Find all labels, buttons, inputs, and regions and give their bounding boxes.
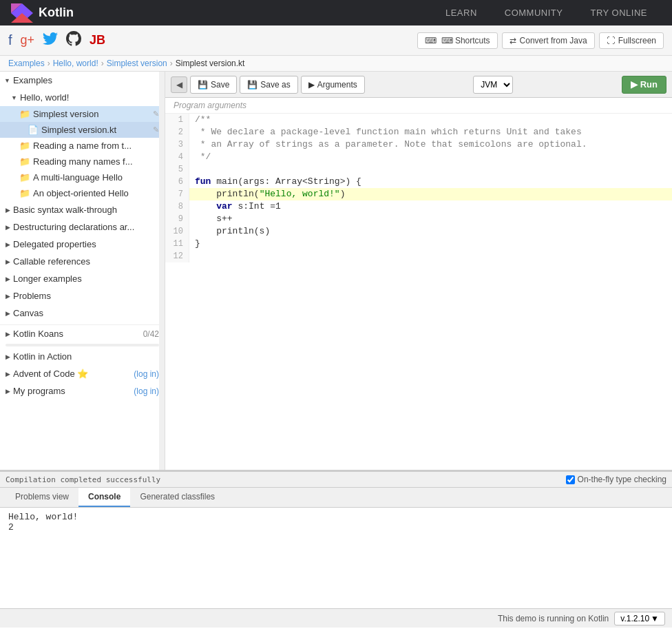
sidebar-callable-label: Callable references bbox=[13, 256, 90, 267]
console-output: Hello, world! 2 bbox=[0, 508, 672, 608]
arrow-right-icon-3: ▶ bbox=[6, 241, 10, 248]
line-num-3: 3 bbox=[165, 138, 189, 151]
version-badge[interactable]: v.1.2.10 ▼ bbox=[614, 612, 665, 625]
koans-progress-bar-container bbox=[6, 344, 159, 346]
nav-community[interactable]: COMMUNITY bbox=[491, 0, 577, 25]
sidebar-item-oo-hello[interactable]: 📁 An object-oriented Hello bbox=[0, 185, 165, 201]
sidebar-kotlin-in-action[interactable]: ▶ Kotlin in Action bbox=[0, 348, 165, 365]
sidebar-problems-label: Problems bbox=[13, 291, 51, 301]
folder-icon-2: 📁 bbox=[19, 141, 30, 151]
line-content-5 bbox=[189, 163, 195, 176]
sidebar-root-label: Examples bbox=[13, 75, 52, 85]
arguments-button[interactable]: ▶ Arguments bbox=[301, 76, 365, 94]
nav-try-online[interactable]: TRY ONLINE bbox=[576, 0, 661, 25]
sidebar-section-label: Hello, world! bbox=[20, 92, 70, 103]
folder-icon-3: 📁 bbox=[19, 156, 30, 167]
toolbar-buttons: ⌨ ⌨ Shortcuts ⇄ Convert from Java ⛶ Full… bbox=[417, 32, 664, 49]
google-plus-icon[interactable]: g+ bbox=[21, 33, 35, 48]
code-editor[interactable]: 1 /** 2 * We declare a package-level fun… bbox=[165, 114, 672, 470]
sidebar-basic-syntax-label: Basic syntax walk-through bbox=[13, 205, 117, 215]
console-line-1: Hello, world! bbox=[8, 512, 664, 522]
bottom-tab-group: Problems view Console Generated classfil… bbox=[6, 488, 224, 507]
back-button[interactable]: ◀ bbox=[171, 76, 187, 93]
arrow-right-icon-4: ▶ bbox=[6, 258, 10, 265]
sidebar-my-programs[interactable]: ▶ My programs (log in) bbox=[0, 382, 165, 400]
line-num-6: 6 bbox=[165, 176, 189, 188]
save-as-button[interactable]: 💾 Save as bbox=[240, 76, 297, 94]
arrow-right-icon-10: ▶ bbox=[6, 371, 10, 377]
line-content-2: * We declare a package-level function ma… bbox=[189, 126, 582, 138]
breadcrumb-hello-world[interactable]: Hello, world! bbox=[53, 59, 98, 68]
code-line-12: 12 bbox=[165, 250, 672, 262]
sidebar-item-longer[interactable]: ▶ Longer examples bbox=[0, 270, 165, 287]
line-num-8: 8 bbox=[165, 200, 189, 213]
fullscreen-icon: ⛶ bbox=[607, 36, 615, 45]
sidebar-item-basic-syntax[interactable]: ▶ Basic syntax walk-through bbox=[0, 201, 165, 218]
twitter-icon[interactable] bbox=[43, 32, 58, 48]
sidebar-item-destructuring[interactable]: ▶ Destructuring declarations ar... bbox=[0, 218, 165, 236]
sidebar-item-canvas[interactable]: ▶ Canvas bbox=[0, 304, 165, 322]
sidebar-item-reading-many[interactable]: 📁 Reading many names f... bbox=[0, 154, 165, 169]
sidebar-item-problems[interactable]: ▶ Problems bbox=[0, 287, 165, 304]
sidebar-item-delegated[interactable]: ▶ Delegated properties bbox=[0, 236, 165, 253]
sidebar-item-simplest-version[interactable]: 📁 Simplest version ✎ bbox=[0, 106, 165, 122]
jetbrains-icon[interactable]: JB bbox=[90, 33, 105, 48]
save-button[interactable]: 💾 Save bbox=[190, 76, 237, 94]
folder-icon: 📁 bbox=[19, 109, 30, 119]
sidebar-advent-of-code[interactable]: ▶ Advent of Code ⭐ (log in) bbox=[0, 365, 165, 382]
github-icon[interactable] bbox=[66, 31, 81, 50]
on-the-fly-check: On-the-fly type checking bbox=[566, 475, 666, 484]
arguments-label: Arguments bbox=[317, 80, 357, 90]
compilation-status: Compilation completed successfully bbox=[6, 475, 160, 484]
arrow-right-icon-11: ▶ bbox=[6, 388, 10, 395]
sidebar-item-callable[interactable]: ▶ Callable references bbox=[0, 253, 165, 270]
keyboard-icon: ⌨ bbox=[425, 36, 437, 45]
sidebar-file-label: Simplest version.kt bbox=[41, 125, 116, 135]
line-content-1: /** bbox=[189, 114, 211, 126]
breadcrumb: Examples › Hello, world! › Simplest vers… bbox=[0, 56, 672, 72]
sidebar-item-reading-name[interactable]: 📁 Reading a name from t... bbox=[0, 138, 165, 154]
code-line-4: 4 */ bbox=[165, 151, 672, 163]
version-dropdown-icon: ▼ bbox=[651, 614, 659, 623]
sidebar-root-examples[interactable]: ▼ Examples bbox=[0, 72, 165, 89]
save-label: Save bbox=[211, 80, 229, 90]
sidebar-item-label: Simplest version bbox=[33, 109, 98, 119]
run-button[interactable]: ▶ Run bbox=[622, 76, 666, 94]
code-line-7: 7 println("Hello, world!") bbox=[165, 188, 672, 200]
convert-from-java-button[interactable]: ⇄ Convert from Java bbox=[502, 32, 595, 49]
on-the-fly-label: On-the-fly type checking bbox=[578, 475, 666, 484]
line-content-8: var s:Int =1 bbox=[189, 200, 281, 213]
jvm-select[interactable]: JVM bbox=[473, 76, 513, 94]
facebook-icon[interactable]: f bbox=[8, 32, 12, 48]
my-programs-login[interactable]: (log in) bbox=[134, 386, 159, 396]
line-content-4: */ bbox=[189, 151, 211, 163]
on-the-fly-checkbox[interactable] bbox=[566, 475, 575, 484]
program-args: Program arguments bbox=[165, 98, 672, 114]
sidebar-kotlin-koans[interactable]: ▶ Kotlin Koans 0/42 bbox=[0, 324, 165, 342]
edit-icon: ✎ bbox=[153, 110, 159, 118]
arrow-right-icon-8: ▶ bbox=[6, 331, 10, 338]
tab-console[interactable]: Console bbox=[78, 488, 130, 507]
sidebar-delegated-label: Delegated properties bbox=[13, 239, 96, 249]
shortcuts-button[interactable]: ⌨ ⌨ Shortcuts bbox=[417, 32, 498, 49]
arrow-right-icon-6: ▶ bbox=[6, 293, 10, 300]
line-num-9: 9 bbox=[165, 213, 189, 225]
nav-learn[interactable]: LEARN bbox=[432, 0, 491, 25]
line-content-12 bbox=[189, 250, 195, 262]
code-line-6: 6 fun main(args: Array<String>) { bbox=[165, 176, 672, 188]
breadcrumb-examples[interactable]: Examples bbox=[8, 59, 45, 68]
tab-problems-view[interactable]: Problems view bbox=[6, 488, 78, 507]
sidebar-section-hello-world[interactable]: ▼ Hello, world! bbox=[0, 89, 165, 106]
sidebar-item-simplest-version-kt[interactable]: 📄 Simplest version.kt ✎ bbox=[0, 122, 165, 138]
sidebar: ▼ Examples ▼ Hello, world! 📁 Simplest ve… bbox=[0, 72, 165, 470]
tab-generated-classfiles[interactable]: Generated classfiles bbox=[130, 488, 224, 507]
advent-login[interactable]: (log in) bbox=[134, 369, 159, 379]
breadcrumb-simplest-version[interactable]: Simplest version bbox=[107, 59, 167, 68]
editor-area: ◀ 💾 Save 💾 Save as ▶ Arguments JVM ▶ Run bbox=[165, 72, 672, 470]
line-num-7: 7 bbox=[165, 188, 189, 200]
sidebar-resize-handle[interactable] bbox=[159, 72, 165, 470]
sidebar-longer-label: Longer examples bbox=[13, 273, 82, 284]
save-icon: 💾 bbox=[198, 80, 208, 90]
fullscreen-button[interactable]: ⛶ Fullscreen bbox=[599, 32, 664, 49]
sidebar-item-multi-language[interactable]: 📁 A multi-language Hello bbox=[0, 169, 165, 185]
